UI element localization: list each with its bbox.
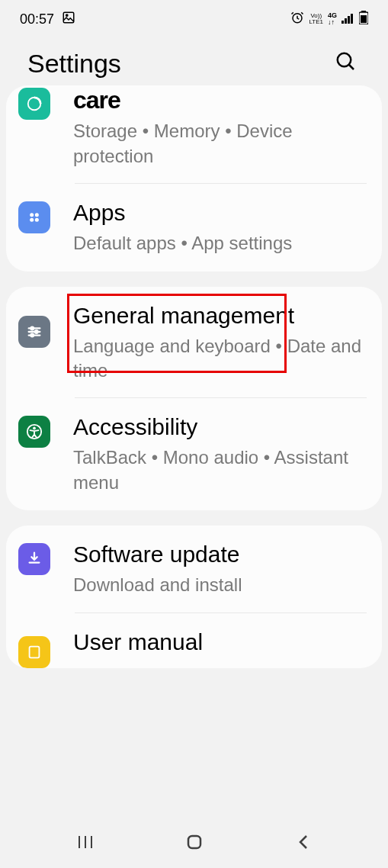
svg-rect-5 bbox=[348, 16, 350, 24]
battery-icon bbox=[359, 11, 368, 27]
setting-text: care Storage • Memory • Device protectio… bbox=[73, 85, 370, 169]
settings-item-user-manual[interactable]: User manual bbox=[6, 613, 382, 668]
device-care-icon bbox=[18, 88, 50, 120]
alarm-icon bbox=[290, 11, 304, 27]
svg-point-13 bbox=[30, 213, 34, 217]
settings-group: Software update Download and install Use… bbox=[6, 526, 382, 667]
page-title: Settings bbox=[27, 49, 121, 79]
recent-icon bbox=[76, 834, 95, 850]
apps-icon bbox=[18, 201, 50, 233]
general-management-icon bbox=[18, 316, 50, 348]
svg-rect-3 bbox=[342, 21, 344, 24]
setting-text: User manual bbox=[73, 628, 370, 661]
status-time: 00:57 bbox=[20, 11, 54, 27]
settings-list: care Storage • Memory • Device protectio… bbox=[0, 85, 388, 668]
setting-title: General management bbox=[73, 302, 370, 330]
setting-subtitle: Language and keyboard • Date and time bbox=[73, 334, 370, 384]
svg-rect-25 bbox=[30, 646, 40, 657]
home-button[interactable] bbox=[164, 833, 225, 851]
setting-subtitle: Storage • Memory • Device protection bbox=[73, 119, 370, 169]
search-icon bbox=[335, 50, 358, 73]
svg-point-24 bbox=[33, 427, 36, 430]
settings-item-general-management[interactable]: General management Language and keyboard… bbox=[6, 287, 382, 399]
svg-line-11 bbox=[349, 65, 354, 69]
svg-rect-29 bbox=[188, 836, 200, 848]
setting-title: Apps bbox=[73, 199, 370, 227]
setting-title: Software update bbox=[73, 541, 370, 568]
setting-subtitle: Default apps • App settings bbox=[73, 231, 370, 256]
svg-point-16 bbox=[35, 218, 39, 222]
svg-rect-6 bbox=[351, 14, 353, 24]
setting-subtitle: TalkBack • Mono audio • Assistant menu bbox=[73, 445, 370, 495]
settings-item-apps[interactable]: Apps Default apps • App settings bbox=[6, 184, 382, 271]
setting-subtitle: Download and install bbox=[73, 573, 370, 597]
user-manual-icon bbox=[18, 636, 50, 668]
svg-point-21 bbox=[35, 330, 38, 333]
setting-text: General management Language and keyboard… bbox=[73, 302, 370, 384]
settings-item-accessibility[interactable]: Accessibility TalkBack • Mono audio • As… bbox=[6, 398, 382, 510]
setting-title: care bbox=[73, 85, 370, 114]
settings-group: General management Language and keyboard… bbox=[6, 287, 382, 511]
settings-group: care Storage • Memory • Device protectio… bbox=[6, 85, 382, 272]
svg-point-20 bbox=[30, 326, 34, 330]
software-update-icon bbox=[18, 543, 50, 575]
settings-item-device-care[interactable]: care Storage • Memory • Device protectio… bbox=[6, 85, 382, 184]
setting-text: Apps Default apps • App settings bbox=[73, 199, 370, 256]
setting-text: Software update Download and install bbox=[73, 541, 370, 597]
status-right: Vo)) LTE1 4G ↓↑ bbox=[290, 11, 368, 27]
back-button[interactable] bbox=[273, 833, 334, 851]
search-button[interactable] bbox=[332, 47, 361, 79]
signal-icon bbox=[342, 12, 354, 27]
status-left: 00:57 bbox=[20, 11, 75, 27]
setting-title: User manual bbox=[73, 628, 370, 656]
accessibility-icon bbox=[18, 416, 50, 448]
back-icon bbox=[296, 833, 311, 851]
volte-indicator: Vo)) LTE1 bbox=[309, 13, 323, 25]
svg-point-10 bbox=[338, 53, 351, 67]
lte-label: LTE1 bbox=[309, 18, 323, 25]
network-type: 4G ↓↑ bbox=[328, 12, 337, 26]
svg-point-14 bbox=[35, 213, 39, 217]
recent-apps-button[interactable] bbox=[55, 834, 116, 850]
svg-point-22 bbox=[30, 333, 34, 336]
status-bar: 00:57 Vo)) LTE1 4G ↓↑ bbox=[0, 0, 388, 38]
svg-point-15 bbox=[30, 218, 34, 222]
svg-point-1 bbox=[66, 14, 68, 16]
svg-rect-0 bbox=[63, 12, 74, 23]
settings-item-software-update[interactable]: Software update Download and install bbox=[6, 526, 382, 612]
svg-rect-9 bbox=[361, 15, 367, 23]
home-icon bbox=[185, 833, 204, 851]
svg-rect-4 bbox=[345, 18, 347, 24]
navigation-bar bbox=[0, 816, 388, 868]
setting-text: Accessibility TalkBack • Mono audio • As… bbox=[73, 413, 370, 495]
picture-icon bbox=[62, 11, 75, 27]
setting-title: Accessibility bbox=[73, 413, 370, 441]
